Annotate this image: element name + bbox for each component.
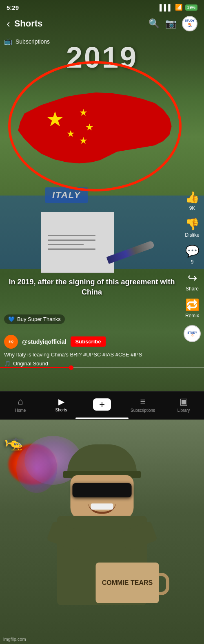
subscriptions-nav-icon: ≡ <box>140 396 146 407</box>
mug: COMMIE TEARS <box>96 563 159 603</box>
remix-label: Remix <box>185 313 199 319</box>
shorts-icon: ▶ <box>58 397 64 407</box>
share-action[interactable]: ↪ Share <box>186 271 199 292</box>
dislike-action[interactable]: 👎 Dislike <box>185 218 199 238</box>
super-thanks-button[interactable]: 💙 Buy Super Thanks <box>4 314 65 324</box>
top-navigation: ‹ Shorts 🔍 📷 STUDY IQ IAS <box>0 12 204 35</box>
subscriptions-label: Subscriptions <box>16 38 50 45</box>
subscriptions-icon: 📺 <box>4 37 12 45</box>
subscriptions-nav-label: Subscriptions <box>131 408 155 413</box>
time: 5:29 <box>7 4 19 11</box>
signal-icon: ▌▌▌ <box>160 4 173 11</box>
subscriptions-bar: 📺 Subscriptions <box>4 37 50 45</box>
nav-item-home[interactable]: ⌂ Home <box>0 396 41 413</box>
remix-action[interactable]: 🔁 Remix <box>185 298 200 319</box>
camera-icon[interactable]: 📷 <box>165 18 176 29</box>
sound-label: Original Sound <box>13 360 48 367</box>
comment-icon: 💬 <box>185 244 200 258</box>
status-icons: ▌▌▌ 📶 39% <box>160 4 197 11</box>
doc-line-4 <box>48 248 95 250</box>
home-icon: ⌂ <box>18 396 23 407</box>
nav-item-shorts[interactable]: ▶ Shorts <box>41 397 82 412</box>
nav-right: 🔍 📷 STUDY IQ IAS <box>149 16 197 31</box>
like-count: 9K <box>189 205 195 211</box>
avatar-text: STUDY IQ <box>187 331 197 336</box>
red-circle-overlay <box>8 61 182 191</box>
super-thanks-label: Buy Super Thanks <box>17 316 61 322</box>
meme-image: 🚁 <box>0 420 204 644</box>
bottom-navigation: ⌂ Home ▶ Shorts + ≡ Subscriptions ▣ Libr… <box>0 391 204 417</box>
sunglasses <box>73 483 132 497</box>
channel-name: @studyiqofficial <box>22 338 67 345</box>
app-container: 2019 ★ ★ ★ ★ ★ ITALY <box>0 0 204 644</box>
music-icon: 🎵 <box>4 360 11 367</box>
watermark: imgflip.com <box>3 637 26 642</box>
dislike-label: Dislike <box>185 232 199 238</box>
nav-title: Shorts <box>14 18 43 29</box>
doc-line-1 <box>48 235 95 236</box>
nav-item-create[interactable]: + <box>82 398 122 411</box>
video-title: Why Italy is leaving China's BRI? #UPSC … <box>4 351 182 358</box>
status-bar: 5:29 ▌▌▌ 📶 39% <box>0 0 204 15</box>
progress-fill <box>0 367 71 368</box>
home-label: Home <box>15 408 26 413</box>
wifi-icon: 📶 <box>175 4 183 11</box>
battery-badge: 39% <box>185 4 197 11</box>
progress-dot <box>69 365 73 370</box>
doc-line-3 <box>48 244 84 245</box>
teeth <box>91 503 113 510</box>
like-icon: 👍 <box>185 191 200 204</box>
shorts-label: Shorts <box>55 408 67 412</box>
nav-item-subscriptions[interactable]: ≡ Subscriptions <box>122 396 163 413</box>
mug-handle <box>159 573 169 595</box>
document-image <box>41 212 114 273</box>
channel-logo[interactable]: STUDY IQ IAS <box>182 16 197 31</box>
home-bar <box>75 418 129 419</box>
comment-count: 9 <box>191 259 194 265</box>
soldier-body: COMMIE TEARS <box>24 440 180 644</box>
video-progress-bar[interactable] <box>0 367 204 368</box>
sound-row: 🎵 Original Sound <box>4 360 182 367</box>
library-icon: ▣ <box>180 396 188 407</box>
like-action[interactable]: 👍 9K <box>185 191 200 211</box>
mug-text: COMMIE TEARS <box>102 579 153 587</box>
video-caption: In 2019, after the signing of this agree… <box>0 277 184 297</box>
share-label: Share <box>186 286 199 292</box>
nav-left: ‹ Shorts <box>7 18 42 30</box>
heart-icon: 💙 <box>8 316 15 322</box>
back-button[interactable]: ‹ <box>7 18 10 30</box>
soldier-container: COMMIE TEARS <box>0 420 204 644</box>
subscribe-button[interactable]: Subscribe <box>71 336 106 347</box>
remix-icon: 🔁 <box>185 298 200 312</box>
channel-avatar-small[interactable]: STUDY IQ <box>184 325 201 342</box>
channel-avatar[interactable]: SIQ <box>4 335 18 349</box>
share-icon: ↪ <box>188 271 197 285</box>
comment-action[interactable]: 💬 9 <box>185 244 200 265</box>
logo-text: STUDY IQ IAS <box>185 19 195 28</box>
doc-line-2 <box>48 240 95 241</box>
search-icon[interactable]: 🔍 <box>149 18 160 29</box>
library-label: Library <box>177 408 190 413</box>
right-actions-panel: 👍 9K 👎 Dislike 💬 9 ↪ Share 🔁 Remix <box>184 191 201 342</box>
video-info-panel: SIQ @studyiqofficial Subscribe Why Italy… <box>4 335 182 367</box>
shorts-player: 2019 ★ ★ ★ ★ ★ ITALY <box>0 0 204 391</box>
create-button[interactable]: + <box>93 398 111 411</box>
dislike-icon: 👎 <box>185 218 200 231</box>
channel-row: SIQ @studyiqofficial Subscribe <box>4 335 182 349</box>
nav-item-library[interactable]: ▣ Library <box>163 396 204 413</box>
